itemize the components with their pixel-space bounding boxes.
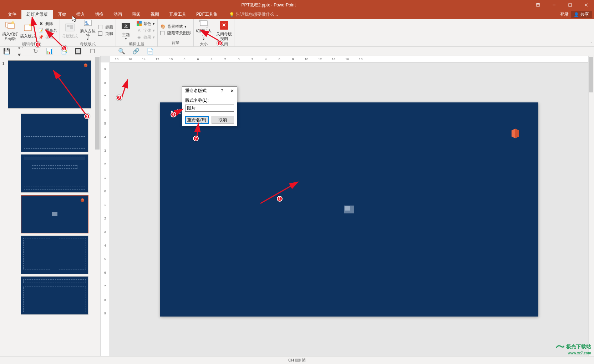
master-layout-icon [64, 22, 76, 33]
slide-size-label: 幻灯片大小 [195, 29, 212, 38]
redo-icon[interactable]: ↻ [32, 48, 39, 55]
preserve-label: 保留 [45, 35, 53, 40]
share-button[interactable]: 👤 共享 [571, 11, 592, 18]
login-link[interactable]: 登录 [560, 11, 569, 17]
qat-icon-3[interactable]: 🔲 [75, 48, 81, 55]
svg-rect-19 [139, 21, 142, 24]
tab-animations[interactable]: 动画 [108, 10, 127, 19]
footer-checkbox-label: 页脚 [105, 31, 113, 36]
delete-button[interactable]: ✖删除 [37, 20, 58, 27]
thumbnail-panel: 1 [0, 56, 101, 356]
qat-icon-5[interactable]: 🔍 [118, 48, 125, 55]
svg-rect-1 [537, 4, 539, 4]
horizontal-ruler: 18161412108642024681012141618 [110, 56, 588, 62]
tell-me-search[interactable]: 💡 告诉我您想要做什么... [223, 11, 278, 17]
delete-icon: ✖ [38, 21, 44, 26]
dialog-title: 重命名版式 [182, 88, 217, 94]
group-edit-theme: 文 主题▼ 颜色 ▾ A字体 ▾ ◉效果 ▾ 编辑主题 [116, 19, 158, 46]
colors-label: 颜色 [143, 21, 151, 26]
rename-button[interactable]: 📝重命名 [37, 27, 58, 34]
footer-checkbox[interactable]: 页脚 [97, 31, 114, 37]
qat-icon-6[interactable]: 🔗 [133, 48, 139, 55]
group-master-layout-label: 母版版式 [80, 41, 96, 47]
slide-size-icon [198, 19, 209, 28]
fonts-label: 字体 [143, 28, 151, 33]
master-thumbnail[interactable] [8, 60, 91, 108]
svg-rect-13 [70, 25, 73, 29]
slide-canvas[interactable]: 图片 [160, 102, 538, 317]
annotation-marker: 3 [84, 113, 90, 119]
bg-styles-icon: 🎨 [160, 24, 166, 29]
close-master-label: 关闭母版视图 [215, 32, 233, 41]
annotation-marker: 5 [61, 45, 67, 51]
tab-home[interactable]: 开始 [53, 10, 71, 19]
bg-styles-button[interactable]: 🎨背景样式 ▾ [159, 23, 192, 30]
minimize-icon[interactable] [546, 0, 562, 10]
qat-icon-1[interactable]: 📊 [46, 48, 53, 55]
save-icon[interactable]: 💾 [4, 48, 10, 55]
status-bar: CH ⌨ 简 [0, 356, 594, 364]
close-icon[interactable] [578, 0, 594, 10]
dialog-close-button[interactable]: ✕ [227, 87, 237, 95]
fonts-icon: A [136, 27, 142, 33]
office-logo-icon [509, 127, 521, 140]
hide-bg-checkbox[interactable]: 隐藏背景图形 [159, 30, 192, 36]
collapse-ribbon-icon[interactable]: ˆ [591, 42, 592, 46]
layout-thumbnail[interactable] [21, 276, 88, 315]
dialog-help-button[interactable]: ? [217, 87, 227, 95]
picture-placeholder-icon[interactable] [344, 206, 354, 213]
undo-icon[interactable]: ↶ ▾ [18, 48, 24, 55]
rename-icon: 📝 [38, 27, 44, 33]
tab-transitions[interactable]: 切换 [90, 10, 108, 19]
watermark: 极光下载站 www.xz7.com [555, 344, 591, 355]
rename-label: 重命名 [45, 28, 57, 33]
tab-file[interactable]: 文件 [3, 10, 21, 19]
insert-placeholder-label: 插入占位符 [79, 29, 96, 38]
thumbnail-scrollbar[interactable] [95, 56, 100, 356]
close-master-button[interactable]: ✕ 关闭母版视图 [215, 20, 233, 41]
layout-thumbnail[interactable] [21, 154, 88, 193]
slide-editor: 18161412108642024681012141618 9876543210… [101, 56, 594, 356]
group-edit-theme-label: 编辑主题 [129, 41, 144, 47]
layout-name-label: 版式名称(L): [185, 97, 234, 103]
tab-view[interactable]: 视图 [146, 10, 164, 19]
annotation-marker: 2 [116, 95, 122, 101]
slide-size-button[interactable]: 幻灯片大小▼ [195, 20, 212, 41]
svg-rect-20 [137, 24, 139, 26]
insert-layout-button[interactable]: 插入版式 [19, 20, 36, 41]
title-checkbox[interactable]: 标题 [97, 24, 114, 30]
themes-button[interactable]: 文 主题▼ [117, 20, 134, 41]
layout-thumbnail[interactable] [21, 113, 88, 152]
maximize-icon[interactable] [562, 0, 578, 10]
qat-icon-7[interactable]: 📄 [147, 48, 153, 55]
tab-pdf-tools[interactable]: PDF工具集 [191, 10, 223, 19]
title-checkbox-label: 标题 [105, 25, 113, 30]
colors-icon [136, 21, 142, 26]
checkbox-icon [160, 31, 164, 35]
dialog-cancel-button[interactable]: 取消 [212, 116, 234, 124]
group-edit-master: 插入幻灯片母版 插入版式 ✖删除 📝重命名 📌保留 编辑母版 [0, 19, 60, 46]
quick-access-toolbar: 💾 ↶ ▾ ↻ 📊 📑 🔲 ☐ 🔍 🔗 📄 [0, 47, 594, 56]
insert-placeholder-button[interactable]: 插入占位符▼ [79, 20, 96, 41]
insert-slide-master-button[interactable]: 插入幻灯片母版 [1, 20, 19, 41]
layout-name-input[interactable] [185, 105, 234, 112]
layout-icon [22, 22, 34, 33]
ribbon-options-icon[interactable] [530, 0, 546, 10]
workspace: 1 1 [0, 56, 594, 356]
annotation-marker: 6 [171, 112, 176, 117]
logo-icon [81, 198, 84, 202]
watermark-brand: 极光下载站 [566, 343, 591, 349]
tab-slide-master[interactable]: 幻灯片母版 [21, 10, 53, 19]
annotation-marker: 8 [217, 40, 223, 46]
qat-icon-4[interactable]: ☐ [89, 48, 96, 55]
layout-thumbnail-selected[interactable] [21, 195, 88, 233]
preserve-icon: 📌 [38, 34, 44, 40]
tab-developer[interactable]: 开发工具 [164, 10, 191, 19]
vertical-ruler: 9876543210123456789 [101, 62, 110, 356]
colors-button[interactable]: 颜色 ▾ [135, 20, 156, 27]
layout-thumbnail[interactable] [21, 236, 88, 274]
annotation-marker: 1 [277, 196, 283, 202]
editor-scrollbar[interactable] [588, 56, 594, 356]
dialog-rename-button[interactable]: 重命名(R) [185, 116, 209, 124]
tab-review[interactable]: 审阅 [127, 10, 146, 19]
